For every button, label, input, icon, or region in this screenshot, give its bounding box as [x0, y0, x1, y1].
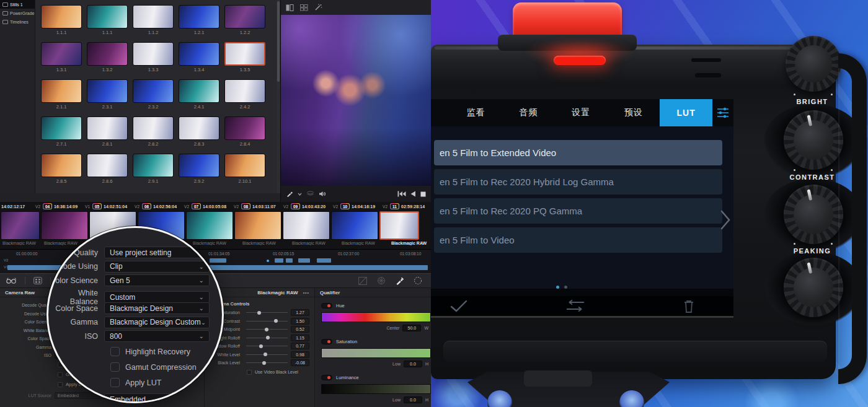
knob-partial[interactable]	[786, 36, 841, 92]
still-thumbnail[interactable]	[41, 116, 82, 140]
enable-toggle[interactable]	[321, 303, 332, 309]
clip-number-badge[interactable]: 11	[390, 203, 399, 209]
still-thumbnail[interactable]	[133, 154, 174, 177]
page-dot[interactable]	[564, 286, 567, 289]
still-thumbnail[interactable]	[224, 79, 265, 103]
tab-设置[interactable]: 设置	[555, 99, 608, 126]
bright-knob[interactable]	[784, 110, 843, 170]
checkbox-icon[interactable]	[247, 370, 252, 375]
grid-view-icon[interactable]	[300, 4, 308, 11]
clip-number-badge[interactable]: 05	[92, 203, 102, 209]
still-thumbnail[interactable]	[87, 42, 128, 66]
slider-value[interactable]: 1.50	[291, 318, 309, 325]
slider-handle[interactable]	[259, 344, 263, 348]
clip-thumbnail[interactable]	[234, 211, 281, 240]
clip-thumbnail[interactable]	[1, 211, 40, 240]
swap-arrows-icon[interactable]	[564, 299, 587, 313]
tab-lut[interactable]: LUT	[660, 99, 712, 126]
still-thumbnail[interactable]	[179, 42, 219, 66]
clip-thumbnail[interactable]	[331, 211, 378, 240]
skip-start-icon[interactable]	[397, 191, 406, 197]
timeline-clip-v2[interactable]	[298, 258, 310, 263]
slider-handle[interactable]	[265, 328, 268, 331]
split-screen-icon[interactable]	[286, 4, 294, 11]
clip-number-badge[interactable]: 08	[241, 203, 250, 209]
check-icon[interactable]	[450, 299, 468, 313]
checkbox-icon[interactable]	[110, 347, 120, 356]
page-dot[interactable]	[556, 286, 559, 289]
tab-预设[interactable]: 预设	[607, 99, 660, 126]
magnified-dropdown[interactable]: 800⌄	[104, 330, 210, 342]
qualifier-picker-icon[interactable]	[396, 277, 404, 285]
slider-track[interactable]	[246, 329, 288, 330]
wand-icon[interactable]	[314, 4, 322, 11]
magnified-checkbox[interactable]: Apply LUT	[110, 378, 161, 387]
camera-raw-icon[interactable]	[6, 277, 17, 284]
field-value[interactable]: 0.0	[404, 361, 422, 367]
clip-number-badge[interactable]: 09	[291, 203, 300, 209]
sidebar-item-stills-1[interactable]: Stills 1	[0, 0, 35, 9]
sliders-icon[interactable]	[712, 99, 733, 126]
chevron-right-icon[interactable]	[719, 209, 732, 233]
trash-icon[interactable]	[683, 299, 695, 313]
sidebar-item-powergrade-1[interactable]: PowerGrade 1	[0, 9, 35, 17]
slider-handle[interactable]	[264, 352, 267, 356]
still-thumbnail[interactable]	[224, 154, 265, 177]
window-shape-icon[interactable]	[414, 276, 422, 285]
contrast-knob[interactable]	[784, 185, 843, 244]
sidebar-item-timelines[interactable]: Timelines	[0, 17, 35, 26]
still-thumbnail[interactable]	[133, 79, 174, 103]
speaker-icon[interactable]	[319, 191, 326, 197]
play-reverse-icon[interactable]	[410, 191, 416, 197]
curves-icon[interactable]	[358, 277, 367, 285]
still-thumbnail[interactable]	[179, 116, 219, 140]
clip-thumbnail[interactable]	[379, 211, 419, 240]
scrollbar-thumb[interactable]	[277, 1, 280, 82]
still-thumbnail[interactable]	[41, 42, 82, 66]
enable-toggle[interactable]	[321, 339, 332, 344]
lut-list-item[interactable]: en 5 Film to Rec 2020 Hybrid Log Gamma	[434, 169, 722, 195]
enable-toggle[interactable]	[321, 375, 332, 380]
timeline-clip-v2[interactable]	[286, 258, 293, 263]
slider-value[interactable]: 1.15	[291, 335, 309, 341]
field-value[interactable]: 0.0	[404, 396, 422, 403]
timeline-clip-v2[interactable]	[275, 258, 283, 263]
qualifier-gradient-bar[interactable]	[321, 348, 431, 358]
slider-track[interactable]	[246, 338, 288, 338]
checkbox-icon[interactable]	[58, 382, 63, 387]
stack-icon[interactable]	[306, 191, 314, 197]
magnified-dropdown[interactable]: Blackmagic Design⌄	[104, 302, 210, 314]
still-thumbnail[interactable]	[179, 154, 219, 177]
tab-监看[interactable]: 监看	[450, 99, 502, 126]
magnified-checkbox[interactable]: Gamut Compression	[110, 362, 197, 372]
slider-value[interactable]: 1.27	[291, 309, 309, 316]
clip-thumbnail[interactable]	[186, 211, 233, 240]
slider-track[interactable]	[246, 354, 288, 355]
page-dots[interactable]	[556, 286, 567, 289]
slider-handle[interactable]	[262, 361, 266, 365]
stop-icon[interactable]	[420, 191, 426, 197]
still-thumbnail[interactable]	[133, 116, 174, 140]
still-thumbnail[interactable]	[87, 5, 128, 28]
clip-thumbnail[interactable]	[283, 211, 330, 240]
playhead-marker[interactable]	[267, 260, 269, 262]
slider-value[interactable]: 0.98	[291, 351, 309, 358]
clip-number-badge[interactable]: 06	[142, 203, 151, 209]
still-thumbnail[interactable]	[224, 5, 265, 28]
slider-handle[interactable]	[266, 336, 270, 339]
checkbox-icon[interactable]	[110, 362, 120, 372]
still-thumbnail[interactable]	[87, 154, 128, 177]
slider-handle[interactable]	[257, 311, 261, 315]
still-thumbnail[interactable]	[41, 154, 82, 177]
clip-number-badge[interactable]: 04	[43, 203, 52, 209]
slider-track[interactable]	[246, 362, 288, 363]
magnified-dropdown[interactable]: Use project setting	[104, 247, 210, 258]
slider-track[interactable]	[246, 346, 288, 346]
lut-list-item[interactable]: en 5 Film to Extended Video	[434, 140, 722, 165]
field-value[interactable]: 50.0	[402, 325, 421, 331]
lut-list-item[interactable]: en 5 Film to Video	[434, 227, 722, 253]
power-window-icon[interactable]	[377, 276, 386, 285]
slider-track[interactable]	[246, 321, 288, 322]
checkbox-icon[interactable]	[58, 372, 63, 377]
still-thumbnail[interactable]	[179, 5, 219, 28]
